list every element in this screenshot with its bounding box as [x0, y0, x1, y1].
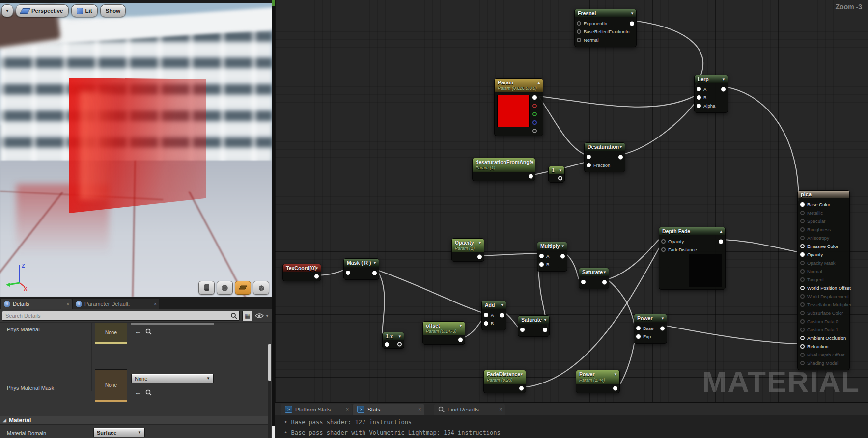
- material-input-pin[interactable]: [800, 269, 805, 274]
- material-input-pin[interactable]: [800, 202, 805, 207]
- node-collapse-icon[interactable]: ▼: [529, 160, 533, 165]
- scrollbar-thumb[interactable]: [268, 344, 271, 381]
- tab-details[interactable]: i Details ×: [1, 299, 72, 309]
- channel-output-pin[interactable]: [532, 129, 537, 133]
- node-fresnel[interactable]: Fresnel▼ExponentInBaseReflectFractionInN…: [574, 9, 637, 47]
- phys-material-mask-thumbnail[interactable]: None: [95, 369, 127, 402]
- material-input-pin[interactable]: [800, 302, 805, 307]
- input-pin[interactable]: [587, 163, 591, 167]
- channel-output-pin[interactable]: [532, 112, 537, 116]
- shape-cylinder-button[interactable]: [198, 281, 215, 295]
- node-collapse-icon[interactable]: ▼: [603, 270, 607, 275]
- tab-parameter-defaults[interactable]: i Parameter Default: ×: [73, 299, 159, 309]
- material-input-pin[interactable]: [800, 244, 805, 248]
- output-pin[interactable]: [314, 274, 319, 279]
- output-pin[interactable]: [397, 342, 402, 347]
- tab-find-results[interactable]: Find Results ×: [434, 404, 505, 415]
- node-collapse-icon[interactable]: ▼: [661, 316, 665, 322]
- input-pin[interactable]: [539, 254, 544, 258]
- material-input-pin[interactable]: [800, 286, 805, 290]
- tab-platform-stats[interactable]: > Platform Stats ×: [281, 404, 352, 415]
- node-collapse-icon[interactable]: ▼: [630, 11, 634, 17]
- output-pin[interactable]: [613, 386, 617, 391]
- input-pin[interactable]: [581, 280, 586, 284]
- node-desaturation-from-angle[interactable]: desaturationFromAngleParam (1)▼: [472, 158, 535, 181]
- output-pin[interactable]: [519, 386, 524, 391]
- material-input-pin[interactable]: [800, 361, 805, 365]
- phys-material-thumbnail[interactable]: None: [95, 323, 127, 344]
- shape-sphere-button[interactable]: [217, 281, 233, 295]
- output-pin[interactable]: [602, 280, 607, 284]
- node-collapse-icon[interactable]: ▼: [543, 317, 547, 323]
- node-collapse-icon[interactable]: ▲: [719, 229, 723, 235]
- node-power-mid[interactable]: Power▼BaseExp: [634, 314, 667, 344]
- material-input-pin[interactable]: [800, 219, 805, 223]
- output-pin[interactable]: [372, 271, 377, 275]
- output-pin[interactable]: [618, 155, 623, 159]
- node-offset[interactable]: offsetParam (0.1473)▼: [422, 321, 465, 345]
- material-input-pin[interactable]: [800, 211, 805, 215]
- output-pin[interactable]: [719, 239, 723, 244]
- input-pin[interactable]: [587, 155, 591, 159]
- node-one-minus[interactable]: 1-x▼: [382, 332, 404, 349]
- input-pin[interactable]: [636, 326, 641, 330]
- close-icon[interactable]: ×: [154, 301, 157, 307]
- color-preview-swatch[interactable]: [497, 95, 530, 127]
- close-icon[interactable]: ×: [346, 407, 349, 412]
- material-input-pin[interactable]: [800, 227, 805, 232]
- input-pin[interactable]: [520, 328, 525, 332]
- viewport-panel[interactable]: ▼ Perspective Lit Show Z X: [0, 0, 272, 297]
- node-saturate-upper[interactable]: Saturate▼: [579, 268, 609, 289]
- input-pin[interactable]: [484, 321, 488, 326]
- input-pin[interactable]: [697, 104, 701, 108]
- node-collapse-icon[interactable]: ▼: [398, 334, 402, 340]
- phys-material-mask-dropdown[interactable]: None ▼: [131, 374, 214, 383]
- material-input-pin[interactable]: [800, 311, 805, 315]
- use-selected-arrow-icon[interactable]: ←: [135, 328, 141, 335]
- node-mask-r[interactable]: Mask ( R )▼: [343, 258, 379, 280]
- phys-material-combo-edge[interactable]: [131, 323, 214, 325]
- display-filter-button[interactable]: ▦: [242, 311, 252, 321]
- material-domain-dropdown[interactable]: Surface ▼: [93, 428, 145, 437]
- node-texcoord-0[interactable]: TexCoord[0]▼: [282, 264, 321, 281]
- output-pin[interactable]: [529, 174, 533, 179]
- search-input[interactable]: [2, 311, 239, 320]
- node-desaturation[interactable]: Desaturation▼Fraction: [584, 142, 625, 172]
- shape-plane-button[interactable]: [235, 281, 251, 295]
- rgba-output-pin[interactable]: [532, 95, 537, 100]
- node-collapse-icon[interactable]: ▼: [459, 323, 463, 329]
- show-button[interactable]: Show: [100, 4, 126, 17]
- input-pin[interactable]: [697, 95, 701, 100]
- node-fade-distance[interactable]: FadeDistanceParam (0.28)▼: [483, 370, 526, 393]
- material-input-pin[interactable]: [800, 252, 805, 257]
- material-input-pin[interactable]: [800, 353, 805, 357]
- close-icon[interactable]: ×: [66, 301, 69, 307]
- node-collapse-icon[interactable]: ▼: [315, 266, 319, 272]
- viewport-options-button[interactable]: ▼: [1, 4, 13, 17]
- node-collapse-icon[interactable]: ▼: [478, 240, 482, 246]
- material-graph-canvas[interactable]: Zoom -3 MATERIAL Fresnel▼ExponentInBaseR…: [275, 0, 868, 402]
- perspective-button[interactable]: Perspective: [16, 4, 69, 17]
- input-pin[interactable]: [636, 334, 641, 339]
- shape-cube-button[interactable]: [253, 281, 269, 295]
- material-input-pin[interactable]: [800, 236, 805, 240]
- input-pin[interactable]: [346, 271, 350, 275]
- close-icon[interactable]: ×: [499, 407, 502, 412]
- output-pin[interactable]: [560, 254, 565, 258]
- view-options-button[interactable]: ▼: [255, 313, 269, 319]
- input-pin[interactable]: [697, 87, 701, 91]
- lit-mode-button[interactable]: Lit: [71, 4, 98, 17]
- output-pin[interactable]: [558, 176, 562, 181]
- close-icon[interactable]: ×: [418, 407, 421, 412]
- output-pin[interactable]: [477, 255, 482, 259]
- output-pin[interactable]: [500, 313, 504, 317]
- input-pin[interactable]: [539, 262, 544, 267]
- node-collapse-icon[interactable]: ▼: [559, 168, 562, 174]
- browse-search-icon[interactable]: [145, 328, 152, 335]
- input-pin[interactable]: [661, 239, 666, 244]
- material-input-pin[interactable]: [800, 261, 805, 265]
- material-input-pin[interactable]: [800, 336, 805, 340]
- input-pin[interactable]: [385, 342, 389, 347]
- node-plca-output[interactable]: plcaBase ColorMetallicSpecularRoughnessA…: [797, 190, 850, 370]
- node-saturate-lower[interactable]: Saturate▼: [518, 315, 550, 337]
